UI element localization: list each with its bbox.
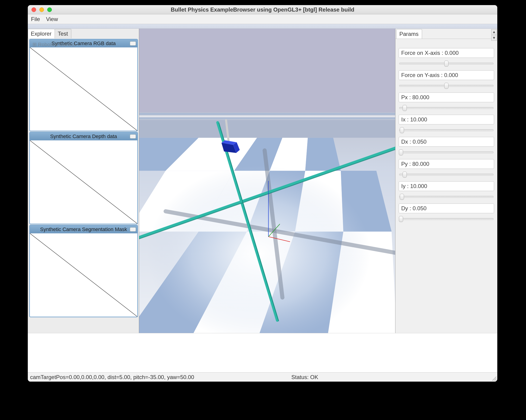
slider-track: [399, 218, 494, 220]
param-field-0[interactable]: Force on X-axis : 0.000: [399, 48, 494, 58]
param-slider-5[interactable]: [399, 172, 494, 178]
window-title: Bullet Physics ExampleBrowser using Open…: [28, 7, 497, 13]
log-area: [28, 333, 497, 372]
slider-thumb[interactable]: [403, 172, 407, 178]
param-field-3[interactable]: Ix : 10.000: [399, 115, 494, 124]
slider-thumb[interactable]: [399, 149, 403, 156]
status-ok-text: Status: OK: [291, 374, 318, 381]
camera-panel-depth-header[interactable]: Synthetic Camera Depth data: [30, 133, 137, 140]
menubar: File View: [28, 14, 497, 24]
param-slider-4[interactable]: [399, 149, 494, 156]
camera-panel-rgb-body: [30, 48, 137, 131]
explorer-tabs: Explorer Test: [28, 28, 139, 38]
tree-item-robotics[interactable]: ⊞ Robotics Control: [32, 42, 76, 48]
slider-thumb[interactable]: [399, 216, 403, 222]
content-area: Explorer Test ⊞ Robotics Control Synthet…: [28, 29, 497, 372]
camera-panel-seg-title: Synthetic Camera Segmentation Mask: [40, 226, 127, 233]
resize-grip-icon[interactable]: [491, 376, 496, 381]
camera-panel-seg-body: [30, 233, 137, 317]
tab-explorer[interactable]: Explorer: [28, 29, 55, 38]
svg-line-39: [496, 380, 496, 381]
slider-thumb[interactable]: [400, 127, 404, 133]
param-field-7[interactable]: Dy : 0.050: [399, 204, 494, 213]
camera-panel-seg: Synthetic Camera Segmentation Mask: [29, 225, 138, 317]
menu-view[interactable]: View: [46, 16, 58, 22]
camera-panels: Synthetic Camera RGB data Synthetic Came…: [29, 39, 138, 318]
param-field-6[interactable]: Iy : 10.000: [399, 181, 494, 191]
camera-panel-seg-header[interactable]: Synthetic Camera Segmentation Mask: [30, 225, 137, 233]
slider-thumb[interactable]: [444, 83, 448, 89]
param-slider-6[interactable]: [399, 194, 494, 200]
param-slider-1[interactable]: [399, 83, 494, 89]
params-tabs: Params: [395, 29, 497, 39]
statusbar: camTargetPos=0.00,0.00,0.00, dist=5.00, …: [28, 372, 497, 382]
param-field-2[interactable]: Px : 80.000: [399, 93, 494, 102]
slider-track: [399, 174, 494, 176]
svg-rect-3: [139, 29, 395, 112]
camera-panel-depth-body: [30, 140, 137, 224]
scroll-down-button[interactable]: ▼: [491, 35, 497, 41]
app-window: Bullet Physics ExampleBrowser using Open…: [28, 5, 497, 382]
scroll-up-button[interactable]: ▲: [491, 29, 497, 35]
slider-track: [399, 151, 494, 153]
right-panel: Params ▲ ▼ Force on X-axis : 0.000Force …: [395, 29, 497, 333]
param-field-1[interactable]: Force on Y-axis : 0.000: [399, 70, 494, 80]
svg-line-1: [30, 140, 137, 224]
3d-viewport[interactable]: [139, 29, 395, 333]
slider-track: [399, 107, 494, 109]
param-field-5[interactable]: Py : 80.000: [399, 159, 494, 169]
camera-panel-seg-collapse-button[interactable]: [130, 227, 136, 232]
left-panel: Explorer Test ⊞ Robotics Control Synthet…: [28, 29, 139, 333]
param-field-4[interactable]: Dx : 0.050: [399, 137, 494, 147]
titlebar: Bullet Physics ExampleBrowser using Open…: [28, 5, 497, 14]
camera-panel-depth-title: Synthetic Camera Depth data: [50, 133, 117, 139]
toolbar-strip: [28, 24, 497, 29]
svg-line-2: [30, 233, 137, 317]
slider-thumb[interactable]: [403, 105, 407, 111]
tab-params[interactable]: Params: [396, 29, 422, 39]
slider-track: [399, 129, 494, 131]
param-slider-2[interactable]: [399, 105, 494, 111]
tab-test[interactable]: Test: [55, 29, 71, 38]
status-camera-text: camTargetPos=0.00,0.00,0.00, dist=5.00, …: [30, 374, 194, 381]
param-slider-0[interactable]: [399, 61, 494, 67]
camera-panel-depth-collapse-button[interactable]: [130, 134, 136, 138]
svg-line-0: [30, 48, 137, 131]
upper-row: Explorer Test ⊞ Robotics Control Synthet…: [28, 29, 497, 333]
camera-panel-depth: Synthetic Camera Depth data: [29, 132, 138, 224]
slider-thumb[interactable]: [400, 194, 404, 200]
menu-file[interactable]: File: [31, 16, 40, 22]
slider-track: [399, 196, 494, 198]
camera-panel-rgb: Synthetic Camera RGB data: [29, 39, 138, 131]
camera-panel-rgb-collapse-button[interactable]: [130, 41, 136, 46]
param-slider-7[interactable]: [399, 216, 494, 222]
params-body: Force on X-axis : 0.000Force on Y-axis :…: [395, 39, 497, 333]
param-slider-3[interactable]: [399, 127, 494, 133]
slider-thumb[interactable]: [444, 61, 448, 67]
